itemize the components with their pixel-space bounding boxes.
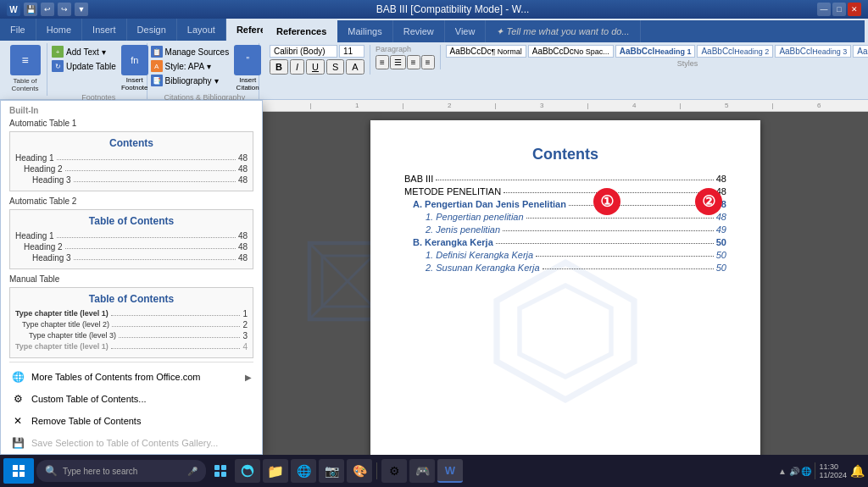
start-button[interactable] bbox=[3, 458, 34, 484]
app3-icon: 🎨 bbox=[353, 464, 367, 478]
svg-rect-9 bbox=[19, 472, 25, 477]
undo-icon[interactable]: ↩ bbox=[41, 3, 54, 16]
app2-icon: 📷 bbox=[325, 464, 339, 478]
toc-entry-2: A. Pengertian Dan Jenis Penelitian 48 bbox=[404, 199, 726, 209]
tab-home[interactable]: Home bbox=[36, 19, 82, 41]
svg-rect-7 bbox=[19, 465, 25, 470]
doc-scroll-area[interactable]: Contents BAB III 48 METODE PENELITIAN bbox=[263, 112, 868, 487]
italic-btn[interactable]: I bbox=[290, 59, 304, 75]
search-icon: 🔍 bbox=[45, 465, 58, 477]
style-heading4[interactable]: AaBbCclHeading 4 bbox=[853, 45, 868, 58]
word-taskbar-btn[interactable]: W bbox=[437, 459, 463, 483]
svg-rect-13 bbox=[221, 472, 226, 477]
tab-layout[interactable]: Layout bbox=[177, 19, 226, 41]
notification-icon[interactable]: 🔔 bbox=[850, 464, 865, 478]
insert-citation-btn[interactable]: " bbox=[234, 45, 261, 75]
paragraph-label: Paragraph bbox=[376, 45, 435, 53]
word-taskbar-icon: W bbox=[445, 464, 455, 477]
tab-design[interactable]: Design bbox=[127, 19, 177, 41]
style-no-spacing[interactable]: AaBbCcDcNo Spac... bbox=[528, 45, 614, 58]
redo-icon[interactable]: ↪ bbox=[58, 3, 71, 16]
app5-icon: 🎮 bbox=[415, 464, 430, 478]
app1-btn[interactable]: 🌐 bbox=[291, 459, 316, 483]
manual-table-title: Table of Contents bbox=[15, 293, 248, 305]
font-name-selector[interactable]: Calibri (Body) bbox=[270, 45, 337, 58]
toc-label: Table ofContents bbox=[11, 77, 38, 92]
doc-title: Contents bbox=[404, 146, 726, 163]
edge-icon-btn[interactable] bbox=[235, 459, 260, 483]
toc-entry-7: 2. Susunan Kerangka Kerja 50 bbox=[404, 263, 726, 273]
bold-btn[interactable]: B bbox=[270, 59, 288, 75]
app4-btn[interactable]: ⚙ bbox=[381, 459, 407, 483]
toc-group: ≡ Table ofContents bbox=[3, 43, 47, 96]
styles-label: Styles bbox=[446, 59, 868, 68]
auto-table2-title: Table of Contents bbox=[15, 215, 248, 227]
tab-mailings-right[interactable]: Mailings bbox=[337, 20, 392, 42]
auto-table2-preview[interactable]: Table of Contents Heading 148 Heading 24… bbox=[9, 209, 253, 269]
app2-btn[interactable]: 📷 bbox=[319, 459, 344, 483]
custom-toc-item[interactable]: ⚙ Custom Table of Contents... bbox=[1, 388, 262, 410]
style-heading2[interactable]: AaBbCclHeading 2 bbox=[697, 45, 773, 58]
arrow-icon: ▶ bbox=[245, 373, 252, 382]
tray-divider bbox=[815, 462, 815, 479]
bibliography-btn[interactable]: 📑 Bibliography▾ bbox=[148, 74, 232, 87]
manual-table-l4: Type chapter title (level 1)4 bbox=[15, 341, 248, 352]
customize-icon[interactable]: ▼ bbox=[75, 3, 88, 16]
taskbar-divider1 bbox=[376, 462, 377, 479]
tab-tellme-right[interactable]: ✦ Tell me what you want to do... bbox=[486, 20, 640, 42]
strikethrough-btn[interactable]: S bbox=[326, 59, 344, 75]
align-right-btn[interactable]: ≡ bbox=[407, 55, 420, 69]
tray-icons: ▲ 🔊 🌐 bbox=[778, 467, 811, 476]
divider1 bbox=[9, 362, 253, 362]
word-icon: W bbox=[7, 3, 20, 16]
font-size-selector[interactable]: 11 bbox=[339, 45, 364, 58]
manual-table-preview[interactable]: Table of Contents Type chapter title (le… bbox=[9, 287, 253, 358]
highlight-btn[interactable]: A bbox=[346, 59, 364, 75]
tab-references-right[interactable]: References bbox=[266, 20, 337, 42]
more-tables-item[interactable]: 🌐 More Tables of Contents from Office.co… bbox=[1, 366, 262, 388]
doc-watermark bbox=[489, 255, 642, 407]
quick-save-icon[interactable]: 💾 bbox=[24, 3, 37, 16]
insert-footnote-btn[interactable]: fn bbox=[121, 45, 148, 75]
close-button[interactable]: ✕ bbox=[848, 3, 861, 16]
tab-insert[interactable]: Insert bbox=[82, 19, 127, 41]
align-left-btn[interactable]: ≡ bbox=[376, 55, 389, 69]
underline-btn[interactable]: U bbox=[306, 59, 325, 75]
svg-rect-6 bbox=[13, 465, 18, 470]
restore-button[interactable]: □ bbox=[832, 3, 846, 16]
manage-sources-btn[interactable]: 📋 Manage Sources bbox=[148, 45, 232, 58]
auto-table1-preview[interactable]: Contents Heading 148 Heading 248 Heading… bbox=[9, 131, 253, 191]
align-center-btn[interactable]: ☰ bbox=[390, 55, 406, 69]
toc-button[interactable]: ≡ bbox=[10, 45, 41, 75]
more-tables-icon: 🌐 bbox=[11, 370, 25, 384]
svg-rect-12 bbox=[214, 472, 220, 477]
ruler: |1|2|3|4|5|6 bbox=[263, 100, 868, 112]
tab-review-right[interactable]: Review bbox=[393, 20, 445, 42]
add-text-btn[interactable]: + Add Text▾ bbox=[49, 45, 119, 58]
tab-file[interactable]: File bbox=[0, 19, 36, 41]
citations-group: 📋 Manage Sources A Style: APA▾ 📑 Bibliog bbox=[151, 43, 259, 103]
update-table-btn[interactable]: ↻ Update Table bbox=[49, 59, 119, 73]
justify-btn[interactable]: ≡ bbox=[421, 55, 435, 69]
paragraph-group: Paragraph ≡ ☰ ≡ ≡ bbox=[376, 45, 441, 69]
app3-btn[interactable]: 🎨 bbox=[347, 459, 372, 483]
app5-btn[interactable]: 🎮 bbox=[409, 459, 435, 483]
style-heading1[interactable]: AaBbCclHeading 1 bbox=[615, 45, 696, 58]
custom-toc-icon: ⚙ bbox=[11, 392, 25, 406]
save-selection-item[interactable]: 💾 Save Selection to Table of Contents Ga… bbox=[1, 432, 262, 454]
auto-table1-label: Automatic Table 1 bbox=[1, 117, 262, 128]
style-normal[interactable]: AaBbCcDc¶ Normal bbox=[446, 45, 526, 58]
style-heading3[interactable]: AaBbCclHeading 3 bbox=[775, 45, 851, 58]
folder-icon-btn[interactable]: 📁 bbox=[263, 459, 288, 483]
task-view-btn[interactable] bbox=[209, 459, 232, 483]
minimize-button[interactable]: — bbox=[817, 3, 831, 16]
mic-icon: 🎤 bbox=[187, 467, 198, 476]
svg-rect-10 bbox=[214, 465, 220, 470]
style-btn[interactable]: A Style: APA▾ bbox=[148, 59, 232, 73]
document-page: Contents BAB III 48 METODE PENELITIAN bbox=[370, 120, 760, 487]
search-placeholder: Type here to search bbox=[63, 467, 137, 476]
remove-toc-item[interactable]: ✕ Remove Table of Contents bbox=[1, 410, 262, 432]
tab-view-right[interactable]: View bbox=[445, 20, 487, 42]
search-bar[interactable]: 🔍 Type here to search 🎤 bbox=[36, 460, 206, 482]
auto-table2-label: Automatic Table 2 bbox=[1, 195, 262, 206]
